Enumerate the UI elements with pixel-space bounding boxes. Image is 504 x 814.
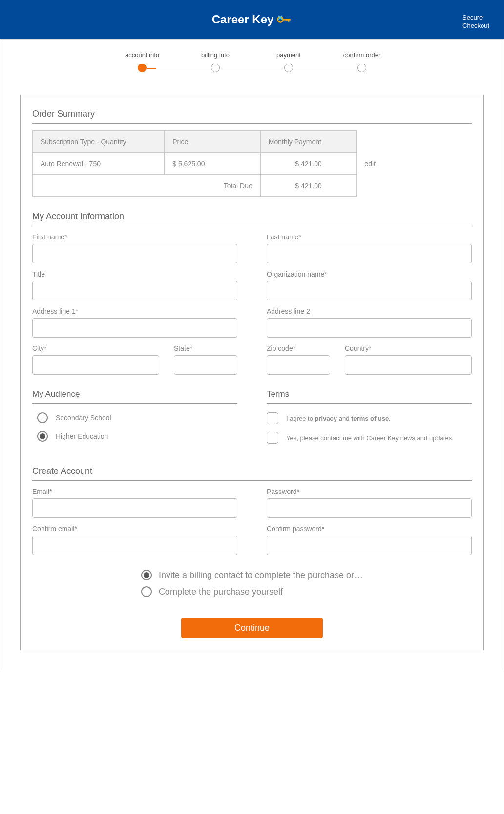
country-label: Country* — [345, 344, 472, 352]
radio-secondary[interactable] — [37, 412, 48, 423]
cell-price: $ 5,625.00 — [165, 153, 261, 175]
address1-label: Address line 1* — [32, 307, 237, 315]
th-subscription: Subscription Type - Quantity — [33, 131, 165, 153]
billing-invite-label: Invite a billing contact to complete the… — [159, 570, 363, 580]
city-label: City* — [32, 344, 159, 352]
total-due-label: Total Due — [33, 175, 261, 197]
edit-link[interactable]: edit — [357, 153, 433, 175]
radio-higher[interactable] — [37, 431, 48, 442]
main-box: Order Summary Subscription Type - Quanti… — [20, 95, 484, 650]
address2-input[interactable] — [267, 318, 472, 338]
confirm-email-label: Confirm email* — [32, 525, 237, 533]
title-input[interactable] — [32, 281, 237, 300]
billing-options: Invite a billing contact to complete the… — [141, 570, 363, 603]
confirm-password-input[interactable] — [267, 536, 472, 555]
account-info-title: My Account Information — [32, 212, 472, 226]
check-contact-label: Yes, please contact me with Career Key n… — [286, 434, 454, 442]
svg-rect-3 — [286, 19, 287, 21]
address1-input[interactable] — [32, 318, 237, 338]
check-contact-row[interactable]: Yes, please contact me with Career Key n… — [267, 432, 472, 444]
progress-circle — [357, 64, 366, 72]
last-name-input[interactable] — [267, 244, 472, 263]
cell-monthly: $ 421.00 — [260, 153, 357, 175]
check-contact[interactable] — [267, 432, 278, 444]
radio-secondary-label: Secondary School — [56, 414, 111, 422]
last-name-label: Last name* — [267, 233, 472, 241]
email-input[interactable] — [32, 498, 237, 518]
zip-input[interactable] — [267, 355, 330, 375]
billing-invite-row[interactable]: Invite a billing contact to complete the… — [141, 570, 363, 580]
continue-button[interactable]: Continue — [181, 618, 323, 638]
password-label: Password* — [267, 488, 472, 495]
terms-title: Terms — [267, 389, 472, 404]
progress-step-billing: billing info — [201, 51, 230, 59]
address2-label: Address line 2 — [267, 307, 472, 315]
org-input[interactable] — [267, 281, 472, 300]
radio-yourself[interactable] — [141, 586, 152, 597]
confirm-password-label: Confirm password* — [267, 525, 472, 533]
total-due-value: $ 421.00 — [260, 175, 357, 197]
first-name-input[interactable] — [32, 244, 237, 263]
first-name-label: First name* — [32, 233, 237, 241]
secure-checkout-label: SecureCheckout — [462, 14, 489, 30]
org-label: Organization name* — [267, 270, 472, 278]
progress-step-confirm: confirm order — [343, 51, 381, 59]
email-label: Email* — [32, 488, 237, 495]
city-input[interactable] — [32, 355, 159, 375]
radio-higher-label: Higher Education — [56, 432, 108, 440]
country-input[interactable] — [345, 355, 472, 375]
progress-step-payment: payment — [276, 51, 301, 59]
radio-invite[interactable] — [141, 570, 152, 580]
header: Career Key SecureCheckout — [0, 0, 504, 39]
state-label: State* — [174, 344, 237, 352]
svg-rect-2 — [288, 19, 289, 21]
password-input[interactable] — [267, 498, 472, 518]
outer-container: account info billing info payment confir… — [0, 39, 504, 670]
title-label: Title — [32, 270, 237, 278]
progress-circle — [211, 64, 220, 72]
logo: Career Key — [212, 13, 293, 26]
zip-label: Zip code* — [267, 344, 330, 352]
check-agree[interactable] — [267, 412, 278, 424]
radio-secondary-row[interactable]: Secondary School — [37, 412, 237, 423]
order-table: Subscription Type - Quantity Price Month… — [32, 130, 433, 197]
key-icon — [276, 14, 292, 25]
progress-tracker: account info billing info payment confir… — [0, 40, 504, 89]
audience-title: My Audience — [32, 389, 237, 404]
th-monthly: Monthly Payment — [260, 131, 357, 153]
confirm-email-input[interactable] — [32, 536, 237, 555]
radio-higher-row[interactable]: Higher Education — [37, 431, 237, 442]
check-agree-label: I agree to privacy and terms of use. — [286, 415, 391, 422]
billing-yourself-row[interactable]: Complete the purchase yourself — [141, 586, 283, 597]
logo-text: Career Key — [212, 13, 274, 26]
state-input[interactable] — [174, 355, 237, 375]
progress-step-account: account info — [125, 51, 159, 59]
cell-subscription: Auto Renewal - 750 — [33, 153, 165, 175]
billing-yourself-label: Complete the purchase yourself — [159, 587, 283, 597]
progress-circle-active — [138, 64, 147, 72]
create-account-title: Create Account — [32, 466, 472, 481]
check-agree-row[interactable]: I agree to privacy and terms of use. — [267, 412, 472, 424]
th-price: Price — [165, 131, 261, 153]
progress-circle — [284, 64, 293, 72]
order-summary-title: Order Summary — [32, 109, 472, 124]
